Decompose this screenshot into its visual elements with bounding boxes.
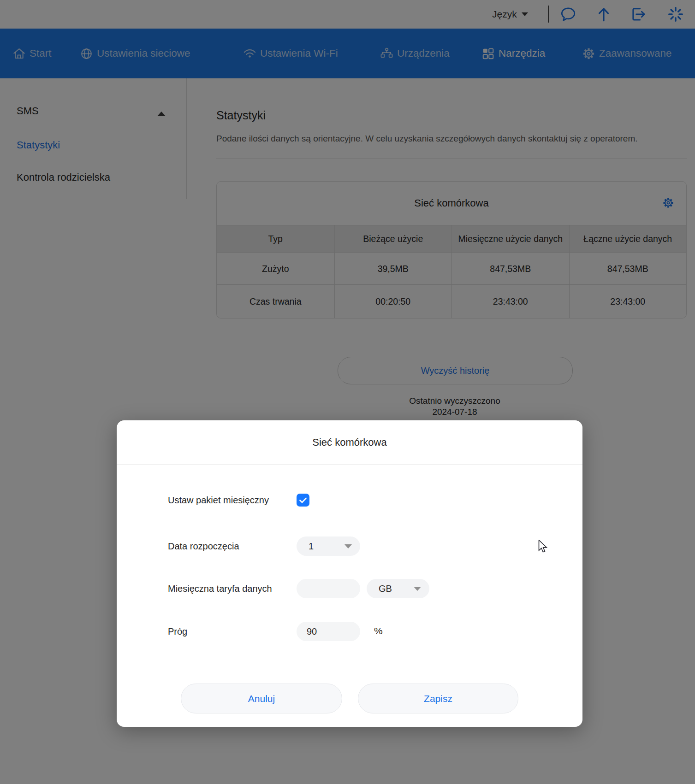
cancel-button[interactable]: Anuluj — [181, 684, 342, 713]
threshold-suffix: % — [374, 625, 383, 637]
cellular-network-modal: Sieć komórkowa Ustaw pakiet miesięczny D… — [117, 420, 582, 727]
set-monthly-package-label: Ustaw pakiet miesięczny — [168, 495, 269, 506]
set-monthly-package-checkbox[interactable] — [297, 494, 309, 507]
monthly-quota-label: Miesięczna taryfa danych — [168, 583, 272, 594]
start-date-label: Data rozpoczęcia — [168, 541, 239, 552]
save-button[interactable]: Zapisz — [358, 684, 518, 713]
chevron-down-icon — [414, 587, 421, 591]
threshold-input[interactable] — [297, 622, 360, 641]
quota-unit-select[interactable]: GB — [367, 579, 429, 598]
start-date-value: 1 — [309, 541, 314, 552]
modal-title: Sieć komórkowa — [117, 420, 582, 465]
quota-unit-value: GB — [379, 584, 392, 594]
check-icon — [299, 497, 307, 503]
start-date-select[interactable]: 1 — [297, 536, 360, 556]
chevron-down-icon — [345, 544, 352, 548]
threshold-label: Próg — [168, 626, 187, 637]
monthly-quota-input[interactable] — [297, 579, 360, 598]
